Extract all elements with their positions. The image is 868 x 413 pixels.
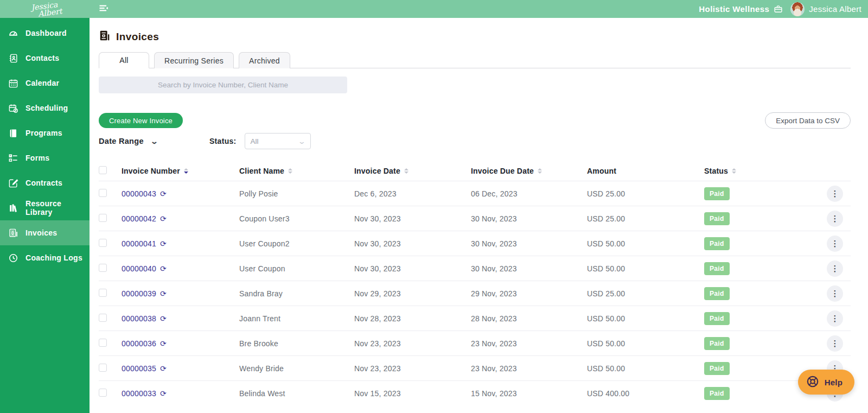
dashboard-icon <box>8 28 18 39</box>
sidebar-item-contracts[interactable]: Contracts <box>0 170 90 195</box>
client-name: Bre Brooke <box>239 339 354 348</box>
org-name: Holistic Wellness <box>699 4 769 14</box>
row-checkbox[interactable] <box>99 264 107 272</box>
select-all-checkbox[interactable] <box>99 166 107 174</box>
create-new-invoice-button[interactable]: Create New Invoice <box>99 113 183 128</box>
search-input[interactable] <box>99 77 347 93</box>
invoice-number: 00000040 <box>122 264 156 273</box>
sidebar-item-resource-library[interactable]: Resource Library <box>0 195 90 220</box>
invoice-amount: USD 400.00 <box>587 389 704 398</box>
invoice-number-link[interactable]: 00000042 ⟳ <box>122 214 167 223</box>
row-menu-button[interactable]: ⋮ <box>827 260 843 277</box>
forms-icon <box>8 153 18 163</box>
invoice-number-link[interactable]: 00000038 ⟳ <box>122 314 167 323</box>
status-filter-select[interactable]: All ⌄ <box>245 133 311 149</box>
calendar-icon <box>8 78 18 88</box>
export-csv-button[interactable]: Export Data to CSV <box>765 112 851 129</box>
status-badge: Paid <box>704 312 730 325</box>
invoice-due-date: 30 Nov, 2023 <box>471 264 587 273</box>
invoice-number: 00000036 <box>122 339 156 348</box>
table-row: 00000042 ⟳ Coupon User3 Nov 30, 2023 30 … <box>99 206 851 231</box>
invoice-date: Nov 30, 2023 <box>354 239 471 248</box>
invoice-number-link[interactable]: 00000035 ⟳ <box>122 364 167 373</box>
invoice-number: 00000043 <box>122 189 156 198</box>
invoice-amount: USD 50.00 <box>587 314 704 323</box>
row-checkbox[interactable] <box>99 214 107 222</box>
sidebar-item-dashboard[interactable]: Dashboard <box>0 21 90 46</box>
invoice-amount: USD 50.00 <box>587 364 704 373</box>
sidebar-item-label: Resource Library <box>25 199 90 217</box>
row-checkbox[interactable] <box>99 189 107 197</box>
topbar: Jessica Albert Holistic Wellness Jessica… <box>0 0 868 18</box>
sidebar-item-calendar[interactable]: Calendar <box>0 71 90 96</box>
sidebar-item-scheduling[interactable]: Scheduling <box>0 96 90 120</box>
client-name: Polly Posie <box>239 189 354 198</box>
invoice-number-link[interactable]: 00000043 ⟳ <box>122 189 167 198</box>
header-client-name[interactable]: Client Name <box>239 167 354 175</box>
page-title: Invoices <box>116 31 159 43</box>
status-badge: Paid <box>704 362 730 375</box>
contracts-icon <box>8 177 18 188</box>
row-menu-button[interactable]: ⋮ <box>827 310 843 327</box>
tab-bar: All Recurring Series Archived <box>99 52 851 68</box>
main-content: Invoices All Recurring Series Archived C… <box>90 18 868 413</box>
invoice-due-date: 23 Nov, 2023 <box>471 339 587 348</box>
recurring-icon: ⟳ <box>160 340 167 347</box>
row-menu-button[interactable]: ⋮ <box>827 211 843 227</box>
sidebar-item-label: Coaching Logs <box>25 253 82 262</box>
invoice-number-link[interactable]: 00000040 ⟳ <box>122 264 167 273</box>
status-filter-value: All <box>251 137 259 145</box>
tab-recurring-series[interactable]: Recurring Series <box>154 52 234 68</box>
header-invoice-due-date[interactable]: Invoice Due Date <box>471 167 587 175</box>
invoice-number-link[interactable]: 00000036 ⟳ <box>122 339 167 348</box>
sidebar-item-programs[interactable]: Programs <box>0 120 90 145</box>
recurring-icon: ⟳ <box>160 265 167 272</box>
kebab-icon: ⋮ <box>831 264 839 274</box>
row-menu-button[interactable]: ⋮ <box>827 335 843 352</box>
chevron-down-icon: ⌄ <box>297 138 305 145</box>
tab-all[interactable]: All <box>99 52 149 68</box>
recurring-icon: ⟳ <box>160 240 167 247</box>
row-menu-button[interactable]: ⋮ <box>827 186 843 202</box>
invoice-number-link[interactable]: 00000041 ⟳ <box>122 239 167 248</box>
invoice-number-link[interactable]: 00000039 ⟳ <box>122 289 167 298</box>
sidebar-toggle-button[interactable] <box>98 3 109 15</box>
status-badge: Paid <box>704 287 730 300</box>
invoice-due-date: 28 Nov, 2023 <box>471 314 587 323</box>
invoices-icon <box>8 227 18 238</box>
sidebar-item-invoices[interactable]: Invoices <box>0 220 90 245</box>
invoice-amount: USD 50.00 <box>587 264 704 273</box>
invoice-number-link[interactable]: 00000033 ⟳ <box>122 389 167 398</box>
row-checkbox[interactable] <box>99 314 107 322</box>
help-button-label: Help <box>825 378 843 387</box>
date-range-dropdown[interactable]: Date Range ⌄ <box>99 137 157 145</box>
table-row: 00000043 ⟳ Polly Posie Dec 6, 2023 06 De… <box>99 181 851 206</box>
header-invoice-number[interactable]: Invoice Number <box>122 167 239 175</box>
row-checkbox[interactable] <box>99 364 107 372</box>
user-name[interactable]: Jessica Albert <box>809 4 861 14</box>
kebab-icon: ⋮ <box>831 239 839 249</box>
lifebuoy-icon <box>806 374 820 390</box>
table-row: 00000041 ⟳ User Coupon2 Nov 30, 2023 30 … <box>99 231 851 256</box>
sidebar-item-coaching-logs[interactable]: Coaching Logs <box>0 245 90 270</box>
invoice-amount: USD 25.00 <box>587 214 704 223</box>
user-avatar[interactable] <box>790 2 805 16</box>
header-invoice-date[interactable]: Invoice Date <box>354 167 471 175</box>
header-status[interactable]: Status <box>704 167 818 175</box>
invoice-date: Nov 30, 2023 <box>354 214 471 223</box>
invoice-number: 00000038 <box>122 314 156 323</box>
recurring-icon: ⟳ <box>160 315 167 322</box>
briefcase-icon[interactable] <box>774 4 783 14</box>
row-menu-button[interactable]: ⋮ <box>827 236 843 252</box>
sidebar-item-forms[interactable]: Forms <box>0 145 90 170</box>
row-menu-button[interactable]: ⋮ <box>827 285 843 302</box>
sidebar-item-label: Forms <box>25 154 49 162</box>
row-checkbox[interactable] <box>99 289 107 297</box>
contacts-icon <box>8 53 18 63</box>
tab-archived[interactable]: Archived <box>239 52 290 68</box>
row-checkbox[interactable] <box>99 239 107 247</box>
help-button[interactable]: Help <box>798 370 854 395</box>
row-checkbox[interactable] <box>99 339 107 347</box>
row-checkbox[interactable] <box>99 389 107 397</box>
sidebar-item-contacts[interactable]: Contacts <box>0 46 90 71</box>
